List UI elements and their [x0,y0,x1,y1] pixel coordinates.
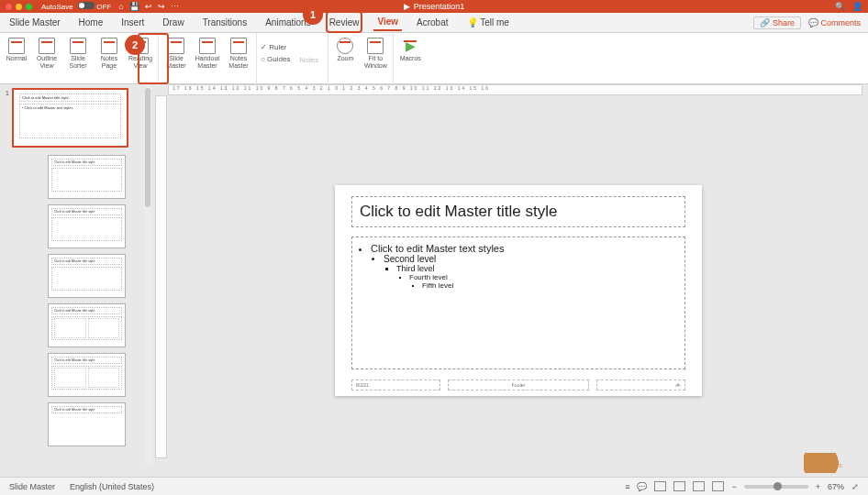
group-zoom: Zoom Fit toWindow [328,33,394,84]
main-area: 1 Click to edit Master title style • Cli… [0,84,868,464]
undo-icon[interactable]: ↩ [145,2,152,11]
reading-view-icon[interactable] [693,481,705,491]
ribbon-tabs: 1 2 Slide Master Home Insert Draw Transi… [0,13,868,33]
notespage-icon [101,38,117,54]
normal-icon [8,38,25,54]
zoom-icon [337,38,353,54]
body-level-5: Fifth level [422,281,677,290]
fit-to-window-button[interactable]: Fit toWindow [362,36,389,69]
layout-thumbnail[interactable]: Click to edit Master title style [48,155,126,199]
vertical-ruler [155,95,167,458]
sorter-icon [70,38,86,54]
zoom-slider[interactable] [744,485,808,489]
annotation-callout-2: 2 [125,35,145,55]
footer-placeholder[interactable]: Footer [448,380,589,390]
zoom-in-button[interactable]: + [816,482,820,491]
autosave-state: OFF [96,3,111,11]
macros-button[interactable]: ▶Macros [397,36,423,61]
handout-icon [199,38,216,54]
zoom-out-button[interactable]: − [731,482,736,491]
autosave-label: AutoSave OFF [41,2,111,11]
body-level-4: Fourth level [409,273,677,281]
slideshow-view-icon[interactable] [712,481,724,491]
notesmaster-icon [230,38,247,54]
comments-toggle-icon[interactable]: 💬 [637,482,647,491]
thumb-number-1: 1 [0,88,9,96]
master-body-placeholder[interactable]: Click to edit Master text styles Second … [351,236,685,369]
annotation-rect-view [326,11,362,33]
tab-transitions[interactable]: Transitions [199,15,251,30]
notes-page-button[interactable]: NotesPage [95,36,123,69]
notes-toggle-icon[interactable]: ≡ [625,482,629,491]
notes-button[interactable]: Notes [294,36,324,64]
powerpoint-icon: ▶ [404,2,410,11]
layout-thumbnail[interactable]: Click to edit Master title style [48,303,126,347]
tab-home[interactable]: Home [75,15,107,30]
normal-view-button[interactable]: Normal [4,36,29,61]
tellme-search[interactable]: 💡 Tell me [463,15,513,30]
layout-thumbnail[interactable]: Click to edit Master title style [48,402,126,446]
autosave-toggle[interactable] [78,2,95,9]
layout-thumbnail[interactable]: Click to edit Master title style [48,254,126,298]
minimize-icon[interactable] [16,4,22,10]
outline-icon [39,38,55,54]
search-icon[interactable]: 🔍 [835,2,845,11]
slide-sorter-button[interactable]: SlideSorter [64,36,92,69]
group-master-views: SlideMaster HandoutMaster NotesMaster [159,33,257,84]
annotation-callout-1: 1 [303,5,323,25]
tab-draw[interactable]: Draw [159,15,187,30]
slidemaster-icon [168,38,184,54]
qat-divider: ⋯ [171,2,179,11]
account-icon[interactable]: 👤 [852,2,862,11]
quick-access-toolbar: ⌂ 💾 ↩ ↪ ⋯ [118,2,178,11]
layout-thumbnail[interactable]: Click to edit Master title style [48,353,126,397]
tab-insert[interactable]: Insert [117,15,148,30]
macos-titlebar: AutoSave OFF ⌂ 💾 ↩ ↪ ⋯ ▶ Presentation1 🔍… [0,0,868,13]
handout-master-button[interactable]: HandoutMaster [194,36,221,69]
body-level-1: Click to edit Master text styles [371,243,677,254]
master-slide-canvas[interactable]: Click to edit Master title style Click t… [335,185,702,396]
layout-thumbnail[interactable]: Click to edit Master title style [48,204,126,248]
group-macros: ▶Macros [394,33,427,84]
slide-canvas-area: 17 16 15 14 13 12 11 10 9 8 7 6 5 4 3 2 … [151,84,868,464]
slidenumber-placeholder[interactable]: ‹#› [596,380,685,390]
document-title: ▶ Presentation1 [404,2,465,11]
tab-view[interactable]: View [373,14,402,31]
close-icon[interactable] [6,4,12,10]
fullscreen-icon[interactable] [26,4,32,10]
fit-to-window-icon[interactable]: ⤢ [851,482,859,491]
horizontal-ruler: 17 16 15 14 13 12 11 10 9 8 7 6 5 4 3 2 … [168,84,862,95]
thumb-title: Click to edit Master title style [19,94,121,102]
tab-acrobat[interactable]: Acrobat [413,15,451,30]
footer-placeholders: 8/2/21 Footer ‹#› [351,380,685,390]
comments-button[interactable]: 💬 Comments [808,18,861,28]
zoom-percent[interactable]: 67% [828,482,844,491]
redo-icon[interactable]: ↪ [158,2,165,11]
save-icon[interactable]: 💾 [129,2,139,11]
body-level-3: Third level [396,264,677,273]
date-placeholder[interactable]: 8/2/21 [351,380,440,390]
macros-icon: ▶ [402,38,418,54]
thumbnail-scrollbar[interactable] [144,84,151,464]
tab-slidemaster[interactable]: Slide Master [6,15,64,30]
group-show: ✓ Ruler ○ Guides Notes [257,33,328,84]
master-thumbnail-selected[interactable]: Click to edit Master title style • Click… [12,88,128,148]
zoom-button[interactable]: Zoom [332,36,358,61]
watermark-logo: ART OF PRESENTATIONS [804,453,859,473]
home-icon[interactable]: ⌂ [118,2,123,11]
outline-view-button[interactable]: OutlineView [33,36,61,69]
guides-checkbox[interactable]: ○ Guides [261,55,290,63]
status-language[interactable]: English (United States) [70,482,154,491]
fit-icon [367,38,384,54]
slide-thumbnail-pane[interactable]: 1 Click to edit Master title style • Cli… [0,84,151,464]
sorter-view-icon[interactable] [673,481,685,491]
ruler-checkbox[interactable]: ✓ Ruler [261,43,286,51]
window-controls[interactable] [6,4,32,10]
share-button[interactable]: 🔗 Share [753,16,801,29]
body-level-2: Second level [384,254,677,264]
normal-view-icon[interactable] [654,481,666,491]
status-mode: Slide Master [9,482,55,491]
thumb-body: • Click to edit Master text styles [19,104,121,138]
notes-master-button[interactable]: NotesMaster [225,36,252,69]
master-title-placeholder[interactable]: Click to edit Master title style [351,196,685,227]
